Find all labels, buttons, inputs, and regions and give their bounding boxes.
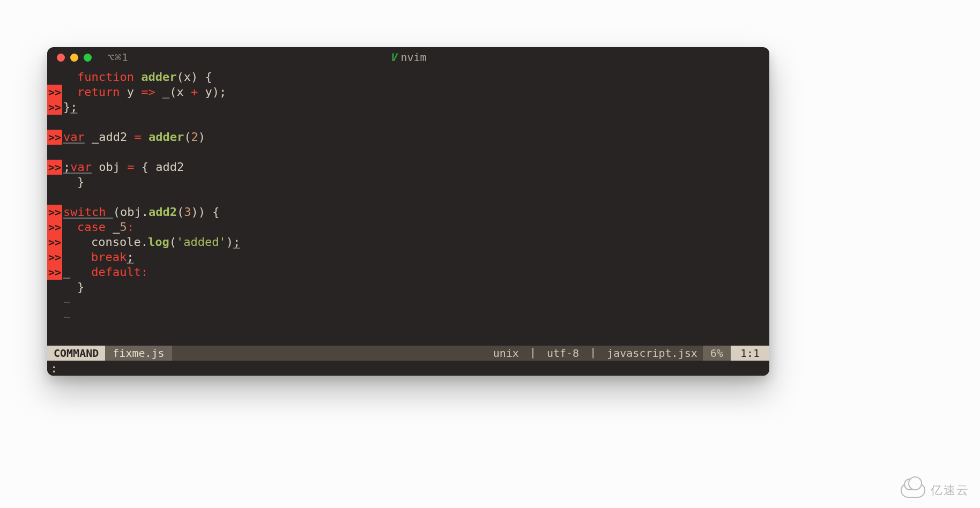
error-sign: >>	[47, 205, 62, 220]
code-content: var _add2 = adder(2)	[62, 130, 205, 145]
gutter	[47, 70, 62, 85]
code-line[interactable]: ~	[47, 310, 769, 325]
gutter	[47, 115, 62, 130]
minimize-button[interactable]	[70, 54, 78, 62]
code-line[interactable]	[47, 145, 769, 160]
status-mode: COMMAND	[47, 346, 105, 361]
code-content: ~	[62, 310, 77, 325]
status-fileformat: unix	[488, 346, 524, 361]
status-filetype: javascript.jsx	[602, 346, 703, 361]
error-sign: >>	[47, 85, 62, 100]
code-content: case _5:	[62, 220, 134, 235]
maximize-button[interactable]	[84, 54, 92, 62]
code-content: break;	[62, 250, 133, 265]
code-content: return y => (x + y);	[62, 85, 226, 100]
code-content: default:	[62, 265, 148, 280]
code-line[interactable]: >>return y => (x + y);	[47, 85, 769, 100]
code-content: ~	[62, 295, 77, 310]
code-line[interactable]: >>switch (obj.add2(3)) {	[47, 205, 769, 220]
error-sign: >>	[47, 100, 62, 115]
error-sign: >>	[47, 235, 62, 250]
watermark: 亿速云	[901, 482, 969, 498]
code-line[interactable]: ~	[47, 295, 769, 310]
code-content: ;var obj = { add2	[62, 160, 184, 175]
error-sign: >>	[47, 265, 62, 280]
gutter	[47, 190, 62, 205]
window-title: V nvim	[47, 51, 769, 64]
code-line[interactable]	[47, 115, 769, 130]
app-title: nvim	[400, 51, 426, 64]
statusline: COMMAND fixme.js unix | utf-8 | javascri…	[47, 346, 769, 361]
command-line[interactable]: :	[47, 361, 769, 376]
status-sep: |	[524, 346, 541, 361]
code-content: console.log('added');	[62, 235, 240, 250]
code-line[interactable]: >>break;	[47, 250, 769, 265]
code-content: function adder(x) {	[62, 70, 212, 85]
code-line[interactable]: >>var _add2 = adder(2)	[47, 130, 769, 145]
vim-icon: V	[390, 51, 396, 64]
code-line[interactable]: >>case _5:	[47, 220, 769, 235]
traffic-lights	[57, 54, 92, 62]
error-sign: >>	[47, 130, 62, 145]
error-sign: >>	[47, 220, 62, 235]
terminal-window: ⌥⌘1 V nvim function adder(x) {>>return y…	[47, 47, 769, 376]
window-tab-label: ⌥⌘1	[108, 51, 129, 64]
code-content	[62, 190, 63, 205]
titlebar: ⌥⌘1 V nvim	[47, 47, 769, 68]
code-content: };	[62, 100, 78, 115]
code-line[interactable]: >>};	[47, 100, 769, 115]
command-prompt: :	[50, 362, 57, 375]
code-line[interactable]: >>console.log('added');	[47, 235, 769, 250]
code-line[interactable]: >>;var obj = { add2	[47, 160, 769, 175]
code-content	[62, 145, 63, 160]
error-sign: >>	[47, 250, 62, 265]
gutter	[47, 310, 62, 325]
code-line[interactable]: >> default:	[47, 265, 769, 280]
error-sign: >>	[47, 160, 62, 175]
code-content: }	[62, 280, 84, 295]
gutter	[47, 145, 62, 160]
code-content: switch (obj.add2(3)) {	[62, 205, 219, 220]
status-percent: 6%	[703, 346, 731, 361]
code-line[interactable]: }	[47, 175, 769, 190]
status-filename: fixme.js	[105, 346, 172, 361]
code-content	[62, 115, 63, 130]
gutter	[47, 295, 62, 310]
code-line[interactable]: }	[47, 280, 769, 295]
code-line[interactable]: function adder(x) {	[47, 70, 769, 85]
close-button[interactable]	[57, 54, 65, 62]
status-sep: |	[584, 346, 602, 361]
gutter	[47, 175, 62, 190]
gutter	[47, 280, 62, 295]
cloud-icon	[901, 483, 925, 498]
status-encoding: utf-8	[541, 346, 584, 361]
code-content: }	[62, 175, 84, 190]
editor-area[interactable]: function adder(x) {>>return y => (x + y)…	[47, 68, 769, 346]
status-position: 1:1	[731, 346, 769, 361]
code-line[interactable]	[47, 190, 769, 205]
watermark-text: 亿速云	[931, 482, 969, 498]
